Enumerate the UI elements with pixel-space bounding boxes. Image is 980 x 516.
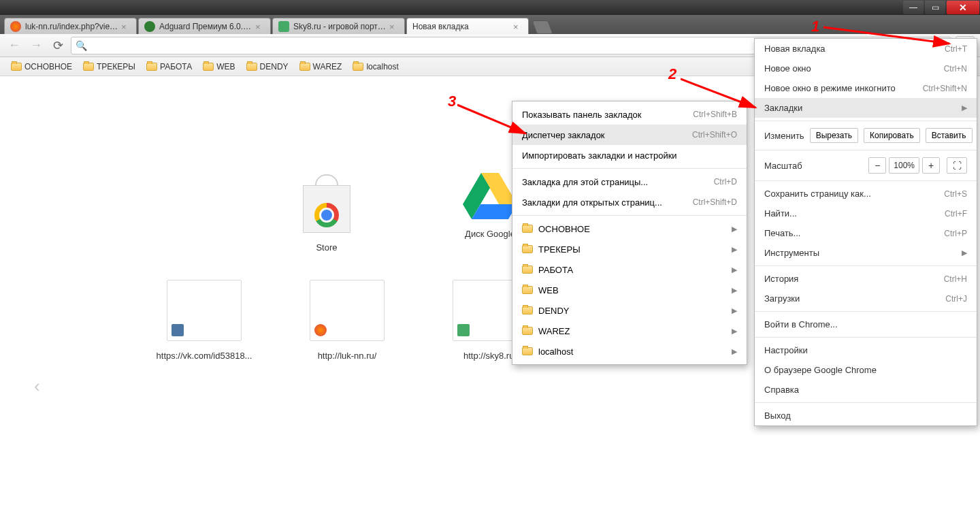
menu-label: О браузере Google Chrome bbox=[764, 365, 877, 375]
submenu-label: Диспетчер закладок bbox=[522, 130, 605, 140]
menu-history[interactable]: ИсторияCtrl+H bbox=[755, 269, 977, 289]
submenu-bookmark-open[interactable]: Закладки для открытых страниц...Ctrl+Shi… bbox=[512, 192, 747, 212]
submenu-folder[interactable]: DENDY▶ bbox=[512, 300, 747, 321]
most-visited-tile[interactable]: http://luk-nn.ru/ bbox=[299, 280, 395, 361]
submenu-label: РАБОТА bbox=[538, 265, 573, 275]
new-tab-button[interactable] bbox=[532, 20, 553, 34]
tab-close-icon[interactable]: × bbox=[255, 22, 265, 31]
submenu-import[interactable]: Импортировать закладки и настройки bbox=[512, 145, 747, 165]
bookmark-folder[interactable]: WEB bbox=[199, 60, 239, 74]
submenu-folder[interactable]: localhost▶ bbox=[512, 341, 747, 361]
chevron-right-icon: ▶ bbox=[732, 347, 737, 356]
app-tile-store[interactable]: Store bbox=[279, 172, 374, 253]
bookmark-label: РАБОТА bbox=[160, 62, 192, 71]
menu-tools[interactable]: Инструменты▶ bbox=[755, 243, 977, 263]
tab[interactable]: luk-nn.ru/index.php?view... × bbox=[4, 18, 137, 34]
folder-icon bbox=[522, 265, 533, 274]
bookmark-folder[interactable]: ОСНОВНОЕ bbox=[7, 60, 76, 74]
menu-exit[interactable]: Выход bbox=[755, 406, 977, 425]
menu-shortcut: Ctrl+T bbox=[945, 44, 967, 54]
bookmark-folder[interactable]: РАБОТА bbox=[142, 60, 196, 74]
forward-button[interactable]: → bbox=[27, 37, 45, 54]
most-visited-tile[interactable]: https://vk.com/id53818... bbox=[157, 280, 252, 361]
menu-shortcut: Ctrl+Shift+O bbox=[692, 130, 737, 140]
menu-separator bbox=[512, 215, 747, 216]
bookmark-folder[interactable]: localhost bbox=[348, 60, 402, 74]
menu-label: Масштаб bbox=[764, 161, 802, 171]
submenu-bookmark-manager[interactable]: Диспетчер закладокCtrl+Shift+O bbox=[512, 125, 747, 145]
chevron-right-icon: ▶ bbox=[732, 265, 737, 274]
menu-shortcut: Ctrl+Shift+D bbox=[693, 197, 737, 207]
menu-shortcut: Ctrl+D bbox=[714, 177, 737, 187]
menu-incognito[interactable]: Новое окно в режиме инкогнитоCtrl+Shift+… bbox=[755, 78, 977, 98]
zoom-value: 100% bbox=[889, 157, 919, 174]
menu-label: Инструменты bbox=[764, 248, 819, 258]
folder-icon bbox=[522, 327, 533, 335]
folder-icon bbox=[522, 347, 533, 355]
menu-new-window[interactable]: Новое окноCtrl+N bbox=[755, 59, 977, 78]
cut-button[interactable]: Вырезать bbox=[810, 128, 858, 143]
bookmarks-submenu: Показывать панель закладокCtrl+Shift+B Д… bbox=[512, 101, 747, 365]
tab-active[interactable]: Новая вкладка × bbox=[406, 18, 529, 34]
tab-close-icon[interactable]: × bbox=[121, 22, 131, 31]
submenu-folder[interactable]: WAREZ▶ bbox=[512, 321, 747, 341]
menu-label: Сохранить страницу как... bbox=[764, 189, 871, 199]
menu-bookmarks[interactable]: Закладки▶ bbox=[755, 98, 977, 118]
menu-save-page[interactable]: Сохранить страницу как...Ctrl+S bbox=[755, 184, 977, 204]
tab[interactable]: Adguard Премиум 6.0.22... × bbox=[138, 18, 271, 34]
menu-separator bbox=[755, 265, 977, 266]
folder-icon bbox=[83, 63, 94, 71]
submenu-show-bar[interactable]: Показывать панель закладокCtrl+Shift+B bbox=[512, 104, 747, 125]
tab-strip: luk-nn.ru/index.php?view... × Adguard Пр… bbox=[0, 15, 980, 34]
window-close-button[interactable]: ✕ bbox=[947, 1, 979, 14]
bookmark-folder[interactable]: ТРЕКЕРЫ bbox=[79, 60, 140, 74]
paste-button[interactable]: Вставить bbox=[926, 128, 973, 143]
bookmark-folder[interactable]: WAREZ bbox=[295, 60, 346, 74]
submenu-folder[interactable]: ОСНОВНОЕ▶ bbox=[512, 219, 747, 239]
window-minimize-button[interactable]: — bbox=[903, 1, 924, 14]
menu-separator bbox=[512, 168, 747, 169]
tile-label: http://luk-nn.ru/ bbox=[318, 351, 377, 361]
tab-close-icon[interactable]: × bbox=[513, 22, 523, 31]
chevron-right-icon: ▶ bbox=[732, 286, 737, 295]
menu-new-tab[interactable]: Новая вкладкаCtrl+T bbox=[755, 39, 977, 59]
submenu-bookmark-this[interactable]: Закладка для этой страницы...Ctrl+D bbox=[512, 172, 747, 192]
tile-label: Store bbox=[316, 242, 337, 253]
tab-close-icon[interactable]: × bbox=[389, 22, 399, 31]
menu-find[interactable]: Найти...Ctrl+F bbox=[755, 204, 977, 223]
zoom-out-button[interactable]: − bbox=[868, 157, 886, 174]
menu-label: Новое окно в режиме инкогнито bbox=[764, 83, 896, 93]
menu-signin[interactable]: Войти в Chrome... bbox=[755, 315, 977, 334]
menu-help[interactable]: Справка bbox=[755, 380, 977, 400]
menu-settings[interactable]: Настройки bbox=[755, 340, 977, 360]
submenu-folder[interactable]: WEB▶ bbox=[512, 280, 747, 300]
menu-separator bbox=[755, 180, 977, 181]
zoom-in-button[interactable]: + bbox=[922, 157, 940, 174]
menu-label: История bbox=[764, 274, 798, 284]
chevron-right-icon: ▶ bbox=[732, 327, 737, 336]
submenu-label: Закладки для открытых страниц... bbox=[522, 197, 662, 208]
tab[interactable]: Sky8.ru - игровой портал × bbox=[272, 18, 405, 34]
tile-thumbnail bbox=[310, 280, 385, 341]
copy-button[interactable]: Копировать bbox=[864, 128, 920, 143]
tile-thumbnail bbox=[167, 280, 242, 341]
menu-about[interactable]: О браузере Google Chrome bbox=[755, 360, 977, 380]
bookmark-label: DENDY bbox=[260, 62, 289, 71]
submenu-folder[interactable]: ТРЕКЕРЫ▶ bbox=[512, 239, 747, 259]
menu-label: Настройки bbox=[764, 345, 808, 355]
menu-downloads[interactable]: ЗагрузкиCtrl+J bbox=[755, 289, 977, 308]
menu-print[interactable]: Печать...Ctrl+P bbox=[755, 223, 977, 243]
back-button[interactable]: ← bbox=[5, 37, 23, 54]
menu-edit-row: Изменить Вырезать Копировать Вставить bbox=[755, 124, 977, 147]
reload-button[interactable]: ⟳ bbox=[49, 37, 67, 54]
menu-label: Выход bbox=[764, 410, 791, 421]
drive-icon bbox=[463, 172, 517, 219]
site-icon bbox=[314, 324, 327, 336]
menu-shortcut: Ctrl+F bbox=[945, 209, 967, 219]
fullscreen-button[interactable]: ⛶ bbox=[947, 157, 967, 174]
window-maximize-button[interactable]: ▭ bbox=[925, 1, 945, 14]
submenu-folder[interactable]: РАБОТА▶ bbox=[512, 259, 747, 280]
menu-shortcut: Ctrl+H bbox=[944, 274, 967, 284]
carousel-prev-button[interactable]: ‹ bbox=[34, 376, 40, 397]
bookmark-folder[interactable]: DENDY bbox=[242, 60, 293, 74]
